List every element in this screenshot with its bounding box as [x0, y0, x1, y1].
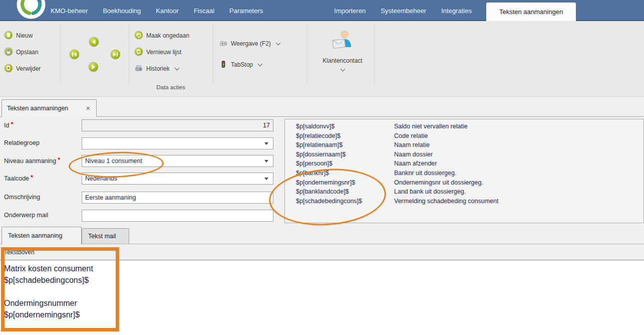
save-icon — [4, 47, 13, 58]
placeholder-description: Naam relatie — [394, 140, 643, 150]
chevron-down-icon — [275, 41, 280, 46]
field-label-relatiegroep: Relatiegroep — [4, 139, 40, 146]
placeholder-code: $p[relatienaam]$ — [296, 140, 394, 150]
document-tab-teksten-aanmaningen[interactable]: Teksten aanmaningen × — [2, 99, 97, 117]
placeholder-description: Vermelding schadebeding consument — [394, 197, 643, 206]
editor-section-title: Tekstboven — [4, 249, 35, 256]
required-marker-icon: * — [58, 156, 60, 163]
placeholder-code: $p[dossiernaam]$ — [296, 150, 394, 159]
ribbon-separator — [129, 24, 129, 84]
combo-arrow-icon[interactable] — [264, 160, 268, 162]
tab-teksten-aanmaning[interactable]: Teksten aanmaning — [2, 227, 82, 244]
relatiegroep-combobox[interactable] — [82, 137, 273, 149]
next-record-button[interactable] — [88, 62, 99, 72]
placeholder-description: Land bank uit dossiergeg. — [394, 187, 643, 197]
refresh-list-button-label: Vernieuw lijst — [146, 49, 181, 56]
menu-tab-list: KMO-beheer Boekhouding Kantoor Fiscaal P… — [43, 0, 576, 21]
placeholder-row: $p[banknr]$Banknr uit dossiergeg. — [296, 169, 643, 178]
refresh-list-button[interactable]: Vernieuw lijst — [134, 47, 181, 58]
placeholder-row: $p[schadebedingcons]$Vermelding schadebe… — [296, 197, 643, 206]
omschrijving-field[interactable] — [82, 192, 273, 204]
delete-button-label: Verwijder — [16, 65, 41, 72]
tabstop-dropdown-button[interactable]: TabStop — [219, 59, 262, 70]
menu-tab-parameters[interactable]: Parameters — [222, 7, 270, 15]
chevron-down-icon — [174, 66, 179, 71]
menu-tab-importeren[interactable]: Importeren — [327, 7, 373, 15]
niveau-aanmaning-combobox[interactable] — [82, 155, 273, 167]
placeholder-description: Naam afzender — [394, 159, 643, 169]
chevron-down-icon — [258, 62, 263, 67]
view-dropdown-button[interactable]: Weergave (F2) — [219, 38, 280, 49]
tabstop-button-label: TabStop — [231, 61, 253, 68]
menu-tab-systeembeheer[interactable]: Systeembeheer — [373, 7, 434, 15]
document-tab-label: Teksten aanmaningen — [7, 105, 68, 112]
menu-tab-integraties[interactable]: Integraties — [434, 7, 479, 15]
placeholder-row: $p[saldonvv]$Saldo niet vervallen relati… — [296, 122, 643, 131]
placeholder-code: $p[persoon]$ — [296, 159, 394, 169]
field-label-taalcode: Taalcode* — [4, 175, 33, 182]
field-label-omschrijving: Omschrijving — [4, 194, 40, 201]
id-field[interactable] — [82, 119, 273, 131]
taalcode-combobox[interactable] — [82, 173, 273, 185]
app-logo-icon: a — [17, 0, 46, 19]
tekstboven-textarea[interactable]: Matrix kosten consument $p[schadebedingc… — [0, 261, 644, 335]
history-icon — [134, 64, 143, 74]
menu-tab-teksten-aanmaningen-active[interactable]: Teksten aanmaningen — [486, 3, 576, 21]
undo-button[interactable]: Maak ongedaan — [134, 30, 189, 41]
placeholder-code: $p[schadebedingcons]$ — [296, 197, 394, 206]
view-button-label: Weergave (F2) — [231, 40, 271, 47]
undo-icon — [134, 31, 143, 41]
refresh-icon — [134, 47, 143, 58]
field-label-onderwerp-mail: Onderwerp mail — [4, 212, 48, 219]
placeholder-description: Saldo niet vervallen relatie — [394, 122, 643, 131]
placeholder-code: $p[saldonvv]$ — [296, 122, 394, 131]
placeholder-code: $p[relatiecode]$ — [296, 131, 394, 141]
undo-button-label: Maak ongedaan — [146, 32, 189, 39]
menu-tab-kantoor[interactable]: Kantoor — [148, 7, 186, 15]
traffic-light-icon — [219, 60, 228, 70]
combo-arrow-icon[interactable] — [264, 142, 268, 145]
customer-contact-button[interactable]: Klantencontact — [310, 21, 375, 93]
close-tab-icon[interactable]: × — [86, 105, 90, 112]
onderwerp-mail-field[interactable] — [82, 210, 273, 222]
delete-button[interactable]: Verwijder — [4, 63, 41, 74]
placeholder-description: Naam dossier — [394, 150, 643, 159]
menu-tab-kmo-beheer[interactable]: KMO-beheer — [43, 7, 95, 15]
editor-section-header: Tekstboven — [0, 244, 644, 260]
save-button-label: Opslaan — [16, 49, 39, 56]
field-label-niveau-aanmaning: Niveau aanmaning* — [4, 157, 60, 164]
customer-contact-icon — [331, 29, 354, 54]
menu-tab-boekhouding[interactable]: Boekhouding — [95, 7, 148, 15]
placeholder-code: $p[banknr]$ — [296, 169, 394, 178]
placeholder-description: Banknr uit dossiergeg. — [394, 169, 643, 178]
placeholder-row: $p[ondernemingsnr]$Ondernemingsnr uit do… — [296, 178, 643, 188]
field-label-text: Id — [4, 122, 9, 129]
ribbon-separator — [307, 24, 307, 84]
camera-icon — [219, 39, 228, 49]
chevron-down-icon — [340, 67, 345, 72]
field-label-id: Id* — [4, 121, 14, 129]
ribbon-separator — [213, 24, 213, 84]
history-button-label: Historiek — [146, 65, 170, 72]
tab-tekst-mail[interactable]: Tekst mail — [82, 228, 129, 244]
placeholder-description: Ondernemingsnr uit dossiergeg. — [394, 178, 643, 188]
last-record-button[interactable] — [110, 49, 121, 60]
history-dropdown-button[interactable]: Historiek — [134, 63, 179, 74]
placeholder-row: $p[dossiernaam]$Naam dossier — [296, 150, 643, 159]
combo-arrow-icon[interactable] — [264, 178, 268, 180]
placeholder-row: $p[persoon]$Naam afzender — [296, 159, 643, 169]
save-button[interactable]: Opslaan — [4, 47, 39, 58]
editor-area: Matrix kosten consument $p[schadebedingc… — [0, 261, 644, 335]
ribbon-separator — [60, 24, 61, 84]
required-marker-icon: * — [31, 174, 33, 181]
field-label-text: Niveau aanmaning — [4, 157, 56, 164]
previous-record-button[interactable] — [89, 37, 99, 47]
ribbon-group-label: Data acties — [129, 84, 213, 90]
ribbon-toolbar: Nieuw Opslaan Verwijder Maak ongedaan Ve… — [0, 21, 644, 97]
required-marker-icon: * — [11, 120, 13, 128]
first-record-button[interactable] — [69, 49, 80, 60]
new-record-icon — [4, 31, 13, 41]
field-label-text: Taalcode — [4, 175, 29, 182]
new-button[interactable]: Nieuw — [4, 30, 33, 41]
menu-tab-fiscaal[interactable]: Fiscaal — [186, 7, 222, 15]
